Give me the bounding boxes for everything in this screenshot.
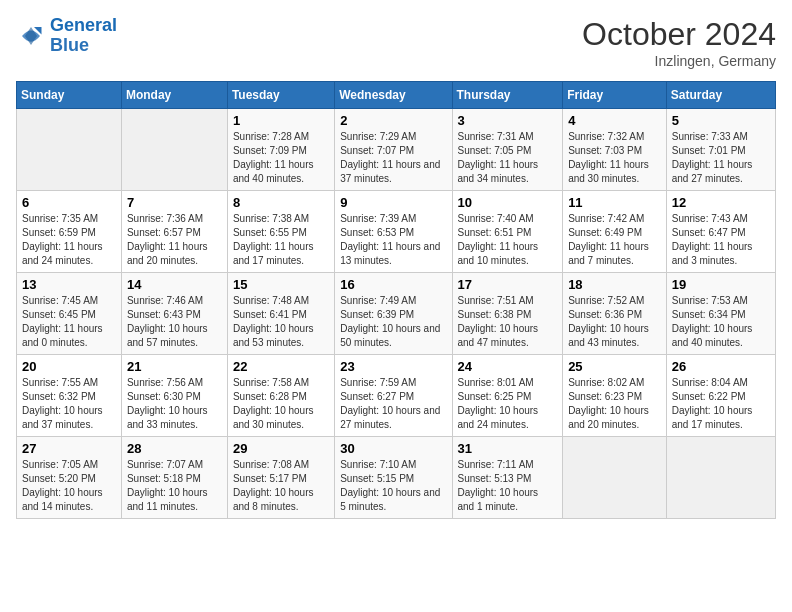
weekday-header: Tuesday [227, 82, 334, 109]
logo-text: General Blue [50, 16, 117, 56]
day-info: Sunrise: 7:58 AMSunset: 6:28 PMDaylight:… [233, 376, 329, 432]
calendar-week-row: 1Sunrise: 7:28 AMSunset: 7:09 PMDaylight… [17, 109, 776, 191]
day-info: Sunrise: 7:07 AMSunset: 5:18 PMDaylight:… [127, 458, 222, 514]
logo: General Blue [16, 16, 117, 56]
calendar-cell: 12Sunrise: 7:43 AMSunset: 6:47 PMDayligh… [666, 191, 775, 273]
day-number: 24 [458, 359, 558, 374]
day-number: 18 [568, 277, 661, 292]
weekday-header: Sunday [17, 82, 122, 109]
day-number: 10 [458, 195, 558, 210]
day-number: 21 [127, 359, 222, 374]
day-info: Sunrise: 7:51 AMSunset: 6:38 PMDaylight:… [458, 294, 558, 350]
day-number: 12 [672, 195, 770, 210]
day-number: 26 [672, 359, 770, 374]
day-info: Sunrise: 7:10 AMSunset: 5:15 PMDaylight:… [340, 458, 446, 514]
calendar-cell: 18Sunrise: 7:52 AMSunset: 6:36 PMDayligh… [563, 273, 667, 355]
calendar-cell: 20Sunrise: 7:55 AMSunset: 6:32 PMDayligh… [17, 355, 122, 437]
calendar-cell: 15Sunrise: 7:48 AMSunset: 6:41 PMDayligh… [227, 273, 334, 355]
day-info: Sunrise: 7:39 AMSunset: 6:53 PMDaylight:… [340, 212, 446, 268]
day-info: Sunrise: 7:40 AMSunset: 6:51 PMDaylight:… [458, 212, 558, 268]
day-info: Sunrise: 7:45 AMSunset: 6:45 PMDaylight:… [22, 294, 116, 350]
calendar-cell: 3Sunrise: 7:31 AMSunset: 7:05 PMDaylight… [452, 109, 563, 191]
day-number: 15 [233, 277, 329, 292]
day-number: 29 [233, 441, 329, 456]
weekday-header: Thursday [452, 82, 563, 109]
day-info: Sunrise: 7:35 AMSunset: 6:59 PMDaylight:… [22, 212, 116, 268]
day-number: 19 [672, 277, 770, 292]
day-info: Sunrise: 8:02 AMSunset: 6:23 PMDaylight:… [568, 376, 661, 432]
page-header: General Blue October 2024 Inzlingen, Ger… [16, 16, 776, 69]
calendar-cell: 9Sunrise: 7:39 AMSunset: 6:53 PMDaylight… [335, 191, 452, 273]
calendar-cell: 23Sunrise: 7:59 AMSunset: 6:27 PMDayligh… [335, 355, 452, 437]
day-info: Sunrise: 7:42 AMSunset: 6:49 PMDaylight:… [568, 212, 661, 268]
calendar-cell: 5Sunrise: 7:33 AMSunset: 7:01 PMDaylight… [666, 109, 775, 191]
calendar-cell: 14Sunrise: 7:46 AMSunset: 6:43 PMDayligh… [121, 273, 227, 355]
day-info: Sunrise: 7:46 AMSunset: 6:43 PMDaylight:… [127, 294, 222, 350]
location-subtitle: Inzlingen, Germany [582, 53, 776, 69]
weekday-header: Wednesday [335, 82, 452, 109]
calendar-cell: 2Sunrise: 7:29 AMSunset: 7:07 PMDaylight… [335, 109, 452, 191]
day-info: Sunrise: 7:32 AMSunset: 7:03 PMDaylight:… [568, 130, 661, 186]
weekday-header: Monday [121, 82, 227, 109]
calendar-cell: 30Sunrise: 7:10 AMSunset: 5:15 PMDayligh… [335, 437, 452, 519]
day-number: 16 [340, 277, 446, 292]
calendar-cell: 19Sunrise: 7:53 AMSunset: 6:34 PMDayligh… [666, 273, 775, 355]
day-number: 13 [22, 277, 116, 292]
day-number: 30 [340, 441, 446, 456]
calendar-cell: 8Sunrise: 7:38 AMSunset: 6:55 PMDaylight… [227, 191, 334, 273]
day-info: Sunrise: 7:36 AMSunset: 6:57 PMDaylight:… [127, 212, 222, 268]
day-number: 9 [340, 195, 446, 210]
day-info: Sunrise: 7:05 AMSunset: 5:20 PMDaylight:… [22, 458, 116, 514]
day-info: Sunrise: 7:59 AMSunset: 6:27 PMDaylight:… [340, 376, 446, 432]
title-block: October 2024 Inzlingen, Germany [582, 16, 776, 69]
day-info: Sunrise: 8:04 AMSunset: 6:22 PMDaylight:… [672, 376, 770, 432]
day-info: Sunrise: 7:31 AMSunset: 7:05 PMDaylight:… [458, 130, 558, 186]
day-info: Sunrise: 7:53 AMSunset: 6:34 PMDaylight:… [672, 294, 770, 350]
day-info: Sunrise: 7:52 AMSunset: 6:36 PMDaylight:… [568, 294, 661, 350]
day-number: 28 [127, 441, 222, 456]
day-number: 5 [672, 113, 770, 128]
day-number: 27 [22, 441, 116, 456]
day-number: 25 [568, 359, 661, 374]
weekday-header: Saturday [666, 82, 775, 109]
calendar-cell: 7Sunrise: 7:36 AMSunset: 6:57 PMDaylight… [121, 191, 227, 273]
calendar-week-row: 6Sunrise: 7:35 AMSunset: 6:59 PMDaylight… [17, 191, 776, 273]
day-number: 17 [458, 277, 558, 292]
day-info: Sunrise: 7:55 AMSunset: 6:32 PMDaylight:… [22, 376, 116, 432]
day-info: Sunrise: 7:33 AMSunset: 7:01 PMDaylight:… [672, 130, 770, 186]
day-number: 7 [127, 195, 222, 210]
day-info: Sunrise: 7:11 AMSunset: 5:13 PMDaylight:… [458, 458, 558, 514]
calendar-cell: 17Sunrise: 7:51 AMSunset: 6:38 PMDayligh… [452, 273, 563, 355]
day-info: Sunrise: 7:56 AMSunset: 6:30 PMDaylight:… [127, 376, 222, 432]
calendar-cell: 16Sunrise: 7:49 AMSunset: 6:39 PMDayligh… [335, 273, 452, 355]
day-info: Sunrise: 7:43 AMSunset: 6:47 PMDaylight:… [672, 212, 770, 268]
day-number: 4 [568, 113, 661, 128]
calendar-week-row: 13Sunrise: 7:45 AMSunset: 6:45 PMDayligh… [17, 273, 776, 355]
weekday-header: Friday [563, 82, 667, 109]
day-number: 6 [22, 195, 116, 210]
calendar-cell: 31Sunrise: 7:11 AMSunset: 5:13 PMDayligh… [452, 437, 563, 519]
day-number: 20 [22, 359, 116, 374]
day-number: 3 [458, 113, 558, 128]
day-number: 8 [233, 195, 329, 210]
calendar-cell: 24Sunrise: 8:01 AMSunset: 6:25 PMDayligh… [452, 355, 563, 437]
calendar-week-row: 20Sunrise: 7:55 AMSunset: 6:32 PMDayligh… [17, 355, 776, 437]
calendar-cell: 28Sunrise: 7:07 AMSunset: 5:18 PMDayligh… [121, 437, 227, 519]
calendar-cell: 21Sunrise: 7:56 AMSunset: 6:30 PMDayligh… [121, 355, 227, 437]
calendar-cell: 1Sunrise: 7:28 AMSunset: 7:09 PMDaylight… [227, 109, 334, 191]
day-number: 1 [233, 113, 329, 128]
calendar-cell [563, 437, 667, 519]
calendar-cell: 13Sunrise: 7:45 AMSunset: 6:45 PMDayligh… [17, 273, 122, 355]
calendar-table: SundayMondayTuesdayWednesdayThursdayFrid… [16, 81, 776, 519]
day-number: 2 [340, 113, 446, 128]
calendar-cell: 27Sunrise: 7:05 AMSunset: 5:20 PMDayligh… [17, 437, 122, 519]
calendar-cell: 6Sunrise: 7:35 AMSunset: 6:59 PMDaylight… [17, 191, 122, 273]
calendar-cell: 29Sunrise: 7:08 AMSunset: 5:17 PMDayligh… [227, 437, 334, 519]
calendar-cell: 4Sunrise: 7:32 AMSunset: 7:03 PMDaylight… [563, 109, 667, 191]
day-info: Sunrise: 7:48 AMSunset: 6:41 PMDaylight:… [233, 294, 329, 350]
calendar-cell: 11Sunrise: 7:42 AMSunset: 6:49 PMDayligh… [563, 191, 667, 273]
calendar-week-row: 27Sunrise: 7:05 AMSunset: 5:20 PMDayligh… [17, 437, 776, 519]
day-number: 23 [340, 359, 446, 374]
day-number: 11 [568, 195, 661, 210]
calendar-cell [17, 109, 122, 191]
